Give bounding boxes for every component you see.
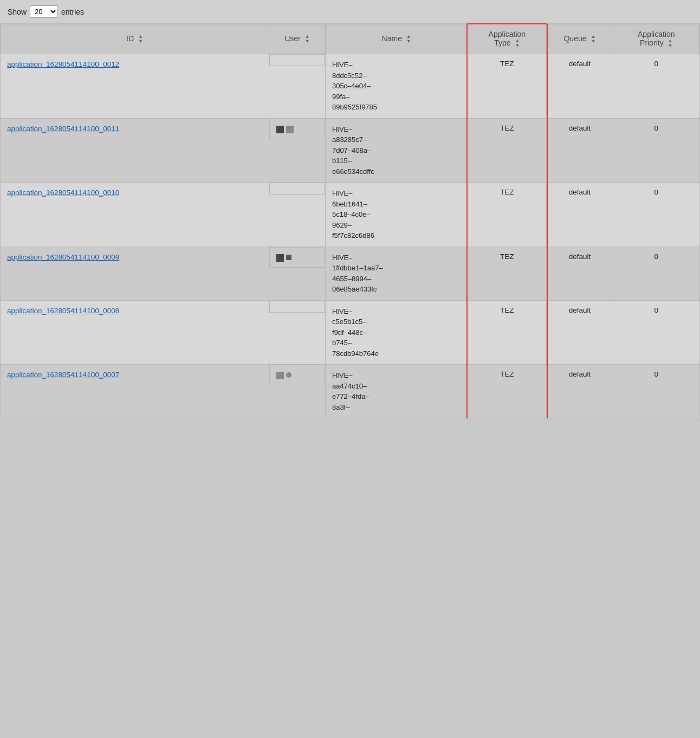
table-row: application_1628054114100_0009HIVE– 1ffd…	[1, 247, 700, 300]
id-link[interactable]: application_1628054114100_0008	[7, 307, 119, 315]
id-cell: application_1628054114100_0007	[1, 365, 269, 418]
sort-icon-app-type[interactable]: ▲▼	[515, 38, 520, 48]
col-header-app-priority[interactable]: ApplicationPriority ▲▼	[613, 24, 699, 54]
app-type-cell: TEZ	[468, 118, 547, 183]
name-cell: HIVE– 1ffdbbe1–1aa7– 4655–8994– 06e85ae4…	[325, 247, 468, 300]
col-label-name: Name	[382, 34, 402, 43]
user-icon	[286, 372, 291, 378]
user-cell	[269, 301, 325, 313]
priority-cell: 0	[613, 183, 699, 247]
table-row: application_1628054114100_0008HIVE– c5e5…	[1, 300, 700, 365]
col-header-id[interactable]: ID ▲▼	[1, 24, 269, 54]
table-row: application_1628054114100_0011HIVE– a832…	[1, 118, 700, 183]
entries-select[interactable]: 20 10 50 100	[30, 5, 58, 18]
user-icon	[286, 255, 291, 260]
app-type-cell: TEZ	[468, 247, 547, 300]
priority-cell: 0	[613, 54, 699, 119]
col-label-user: User	[284, 34, 301, 43]
col-header-app-type[interactable]: ApplicationType ▲▼	[468, 24, 547, 54]
app-type-cell: TEZ	[468, 300, 547, 365]
id-cell: application_1628054114100_0009	[1, 247, 269, 300]
app-type-cell: TEZ	[468, 365, 547, 418]
queue-cell: default	[547, 118, 613, 183]
sort-icon-app-priority[interactable]: ▲▼	[668, 38, 673, 48]
sort-icon-queue[interactable]: ▲▼	[591, 34, 595, 44]
table-row: application_1628054114100_0012HIVE– 8ddc…	[1, 54, 700, 119]
entries-label: entries	[61, 8, 84, 16]
app-type-cell: TEZ	[468, 54, 547, 119]
name-cell: HIVE– 6beb1641– 5c18–4c0e– 9629– f5f7c82…	[325, 183, 468, 247]
id-link[interactable]: application_1628054114100_0012	[7, 60, 119, 68]
user-cell	[269, 183, 325, 195]
queue-cell: default	[547, 365, 613, 418]
table-row: application_1628054114100_0007HIVE– aa47…	[1, 365, 700, 418]
user-icon	[276, 126, 284, 133]
sort-icon-id[interactable]: ▲▼	[138, 34, 143, 44]
table-row: application_1628054114100_0010HIVE– 6beb…	[1, 183, 700, 247]
priority-cell: 0	[613, 118, 699, 183]
sort-icon-user[interactable]: ▲▼	[305, 34, 310, 44]
col-label-id: ID	[126, 34, 134, 43]
user-cell	[269, 119, 325, 139]
priority-cell: 0	[613, 300, 699, 365]
user-icon	[286, 126, 294, 133]
user-cell	[269, 247, 325, 268]
id-cell: application_1628054114100_0011	[1, 118, 269, 183]
name-cell: HIVE– c5e5b1c5– f9df–448c– b745– 78cdb94…	[325, 300, 468, 365]
id-link[interactable]: application_1628054114100_0011	[7, 125, 119, 133]
queue-cell: default	[547, 300, 613, 365]
id-link[interactable]: application_1628054114100_0010	[7, 189, 119, 197]
name-cell: HIVE– a83285c7– 7d07–408a– b115– e66e534…	[325, 118, 468, 183]
col-header-name[interactable]: Name ▲▼	[325, 24, 468, 54]
app-type-cell: TEZ	[468, 183, 547, 247]
show-label: Show	[8, 8, 27, 16]
priority-cell: 0	[613, 247, 699, 300]
user-cell	[269, 54, 325, 66]
user-icon	[276, 372, 284, 379]
user-icon	[276, 254, 284, 262]
queue-cell: default	[547, 54, 613, 119]
applications-table: ID ▲▼ User ▲▼ Name ▲▼ ApplicationType ▲▼…	[0, 24, 700, 418]
col-header-queue[interactable]: Queue ▲▼	[547, 24, 613, 54]
queue-cell: default	[547, 247, 613, 300]
priority-cell: 0	[613, 365, 699, 418]
id-link[interactable]: application_1628054114100_0007	[7, 371, 119, 379]
name-cell: HIVE– 8ddc5c52– 305c–4e04– 99fa– 89b9525…	[325, 54, 468, 119]
col-header-user[interactable]: User ▲▼	[269, 24, 325, 54]
id-cell: application_1628054114100_0008	[1, 300, 269, 365]
col-label-queue: Queue	[563, 34, 586, 43]
id-link[interactable]: application_1628054114100_0009	[7, 253, 119, 261]
sort-icon-name[interactable]: ▲▼	[406, 34, 411, 44]
name-cell: HIVE– aa474c10– e772–4fda– 8a3f–	[325, 365, 468, 418]
table-header-row: ID ▲▼ User ▲▼ Name ▲▼ ApplicationType ▲▼…	[1, 24, 700, 54]
queue-cell: default	[547, 183, 613, 247]
id-cell: application_1628054114100_0010	[1, 183, 269, 247]
user-cell	[269, 365, 325, 385]
col-label-app-type: ApplicationType	[489, 30, 526, 47]
id-cell: application_1628054114100_0012	[1, 54, 269, 119]
